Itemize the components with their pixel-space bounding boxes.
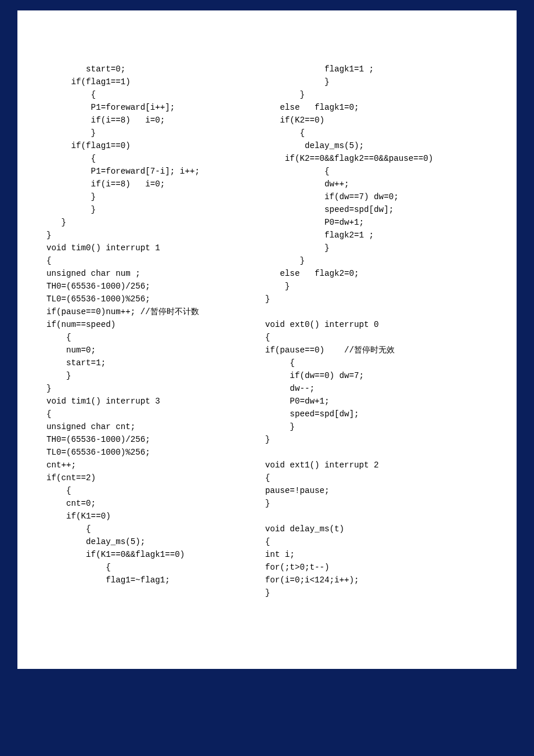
document-page: start=0; if(flag1==1) { P1=foreward[i++]… — [17, 10, 517, 669]
code-column-left: start=0; if(flag1==1) { P1=foreward[i++]… — [46, 63, 258, 634]
code-column-right: flagk1=1 ; } } else flagk1=0; if(K2==0) … — [265, 63, 495, 634]
